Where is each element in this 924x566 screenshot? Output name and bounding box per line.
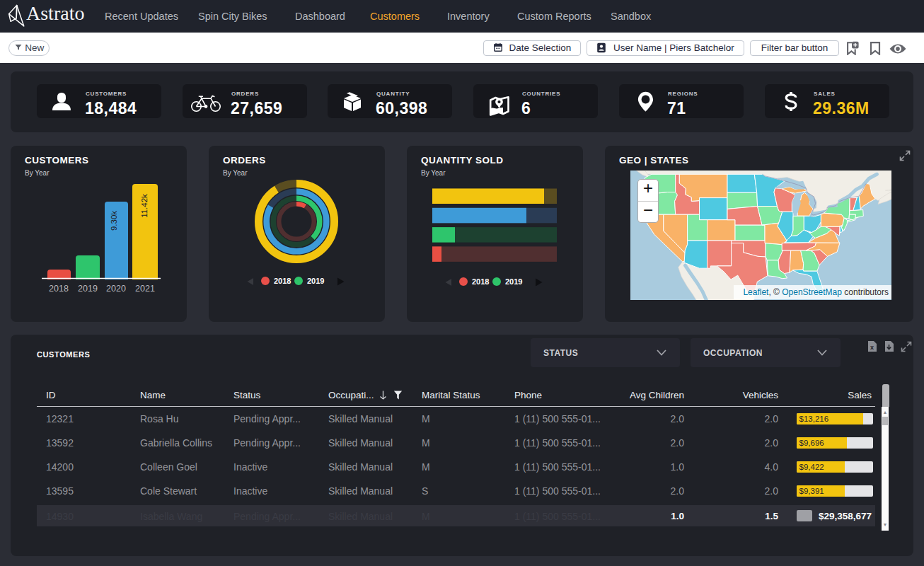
svg-text:2019: 2019 xyxy=(505,277,522,286)
svg-text:9.30k: 9.30k xyxy=(110,211,118,231)
svg-text:2020: 2020 xyxy=(106,284,126,294)
svg-text:2018: 2018 xyxy=(472,277,489,286)
svg-text:2019: 2019 xyxy=(78,284,98,294)
svg-text:2018: 2018 xyxy=(274,277,291,285)
svg-text:2018: 2018 xyxy=(49,284,69,294)
svg-text:x: x xyxy=(870,344,874,351)
svg-text:2019: 2019 xyxy=(307,277,324,285)
svg-text:11.42k: 11.42k xyxy=(140,194,149,218)
svg-text:2021: 2021 xyxy=(135,284,155,294)
